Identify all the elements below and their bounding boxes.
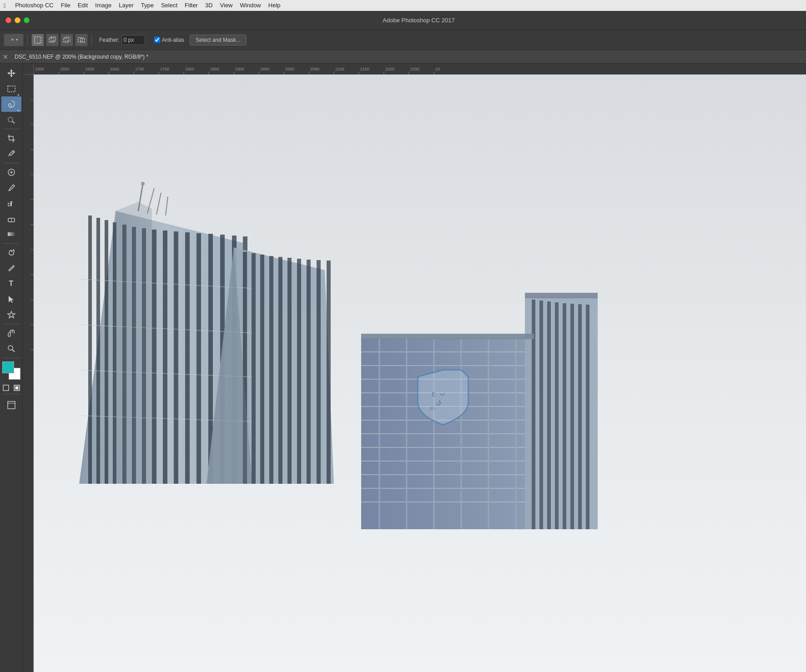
- svg-rect-133: [297, 259, 301, 484]
- dropdown-arrow: ▾: [16, 38, 18, 42]
- tab-close-button[interactable]: ✕: [0, 53, 11, 60]
- svg-text:ري: ري: [429, 404, 436, 410]
- canvas-document[interactable]: ع ب ق ري: [34, 75, 806, 672]
- svg-text:ع: ع: [432, 390, 436, 397]
- svg-rect-131: [278, 257, 282, 484]
- menu-type[interactable]: Type: [137, 0, 157, 11]
- maximize-button[interactable]: [24, 17, 30, 23]
- main-layout: T: [0, 64, 806, 672]
- standard-mode-btn[interactable]: [1, 383, 10, 392]
- svg-text:2000: 2000: [285, 67, 294, 71]
- healing-icon: [7, 168, 16, 177]
- menu-app-name[interactable]: Photoshop CC: [11, 0, 57, 11]
- screen-mode-icon: [7, 401, 15, 409]
- pen-icon: [7, 264, 16, 273]
- svg-point-9: [8, 117, 13, 122]
- tool-zoom[interactable]: [1, 341, 21, 356]
- svg-rect-112: [152, 230, 156, 484]
- tool-type[interactable]: T: [1, 276, 21, 291]
- menu-layer[interactable]: Layer: [115, 0, 137, 11]
- svg-text:23: 23: [435, 67, 440, 71]
- select-mask-button[interactable]: Select and Mask...: [190, 35, 247, 45]
- screen-mode-btn[interactable]: [1, 397, 21, 413]
- anti-alias-checkbox-group: Anti-alias: [154, 37, 184, 43]
- menu-filter[interactable]: Filter: [181, 0, 202, 11]
- tool-pen[interactable]: [1, 261, 21, 276]
- svg-rect-29: [3, 385, 9, 391]
- intersect-selection-btn[interactable]: [75, 34, 88, 46]
- svg-text:1950: 1950: [260, 67, 269, 71]
- document-tab-name[interactable]: DSC_6510.NEF @ 200% (Background copy, RG…: [11, 54, 152, 60]
- tool-healing[interactable]: [1, 165, 21, 180]
- feather-input[interactable]: [121, 35, 145, 45]
- close-button[interactable]: [5, 17, 11, 23]
- toolbar-sep-6: [3, 394, 20, 394]
- menu-window[interactable]: Window: [237, 0, 265, 11]
- svg-text:1550: 1550: [60, 67, 69, 71]
- tool-burn[interactable]: [1, 245, 21, 261]
- svg-rect-132: [287, 258, 292, 484]
- svg-rect-73: [23, 75, 34, 672]
- menu-edit[interactable]: Edit: [74, 0, 91, 11]
- tool-eraser[interactable]: [1, 211, 21, 226]
- minimize-button[interactable]: [15, 17, 20, 23]
- eraser-icon: [7, 214, 16, 223]
- quick-select-icon: [7, 115, 16, 124]
- menu-select[interactable]: Select: [157, 0, 181, 11]
- tool-lasso-indicator: [18, 109, 20, 111]
- tool-crop[interactable]: [1, 130, 21, 146]
- tool-shape[interactable]: [1, 307, 21, 322]
- eyedropper-icon: [7, 149, 16, 158]
- svg-rect-116: [196, 233, 201, 484]
- svg-rect-128: [252, 253, 256, 484]
- subtract-selection-btn[interactable]: [60, 34, 73, 46]
- menu-help[interactable]: Help: [265, 0, 284, 11]
- menu-image[interactable]: Image: [91, 0, 115, 11]
- standard-mode-icon: [3, 385, 9, 391]
- traffic-lights: [5, 17, 30, 23]
- canvas-area[interactable]: 1500 1550 1600 1650 1700 1750 1800 1850: [23, 64, 806, 672]
- svg-text:1500: 1500: [35, 67, 44, 71]
- svg-rect-23: [8, 232, 15, 236]
- svg-rect-173: [361, 334, 534, 339]
- new-selection-btn[interactable]: [31, 34, 44, 46]
- svg-text:1700: 1700: [135, 67, 144, 71]
- svg-marker-25: [9, 296, 14, 303]
- svg-rect-20: [8, 203, 10, 206]
- anti-alias-checkbox[interactable]: [154, 37, 160, 43]
- svg-text:1850: 1850: [210, 67, 219, 71]
- lasso-tool-selector[interactable]: ⚬ ▾: [4, 34, 24, 46]
- ruler-top-svg: 1500 1550 1600 1650 1700 1750 1800 1850: [34, 64, 806, 75]
- quick-mask-btn[interactable]: [12, 383, 21, 392]
- tool-gradient[interactable]: [1, 226, 21, 242]
- foreground-color-swatch[interactable]: [2, 361, 14, 373]
- svg-text:1600: 1600: [85, 67, 94, 71]
- title-bar: Adobe Photoshop CC 2017: [0, 11, 806, 30]
- gradient-icon: [7, 230, 16, 239]
- tool-quick-select[interactable]: [1, 112, 21, 127]
- tool-brush[interactable]: [1, 180, 21, 196]
- svg-rect-136: [327, 261, 331, 484]
- doc-tab-bar: ✕ DSC_6510.NEF @ 200% (Background copy, …: [0, 50, 806, 64]
- tool-rect-select[interactable]: [1, 81, 21, 96]
- svg-point-27: [8, 346, 13, 350]
- menu-file[interactable]: File: [57, 0, 74, 11]
- svg-rect-134: [307, 260, 311, 484]
- tool-eyedropper[interactable]: [1, 146, 21, 161]
- color-swatches[interactable]: [2, 361, 20, 380]
- tool-path-select[interactable]: [1, 291, 21, 307]
- tool-hand[interactable]: [1, 326, 21, 341]
- lasso-tool-icon: [7, 100, 16, 109]
- svg-text:1650: 1650: [110, 67, 119, 71]
- menu-3d[interactable]: 3D: [202, 0, 217, 11]
- tool-move[interactable]: [1, 65, 21, 81]
- toolbar-sep-2: [3, 163, 20, 163]
- hand-icon: [7, 329, 16, 338]
- brush-icon: [7, 183, 16, 192]
- tool-lasso[interactable]: [1, 96, 21, 112]
- svg-rect-174: [525, 293, 598, 298]
- path-select-icon: [7, 295, 16, 304]
- add-selection-btn[interactable]: [46, 34, 59, 46]
- menu-view[interactable]: View: [217, 0, 237, 11]
- tool-clone-stamp[interactable]: [1, 196, 21, 211]
